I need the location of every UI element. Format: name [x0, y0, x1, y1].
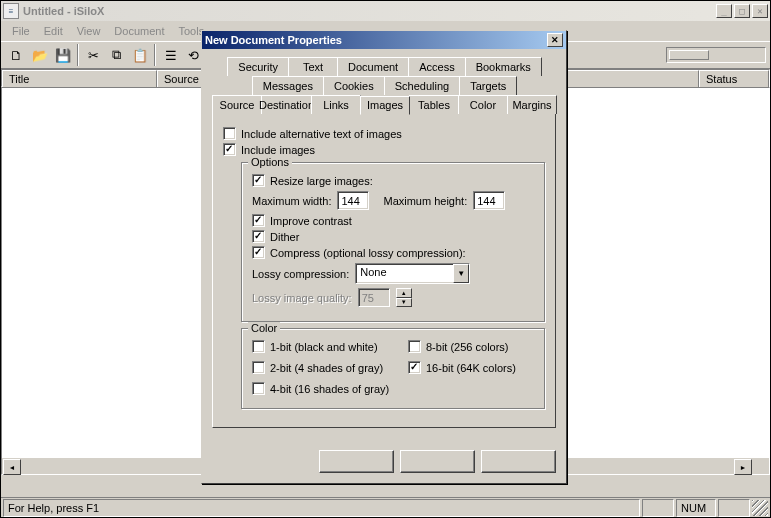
lossy-compression-value: None	[356, 264, 453, 283]
color-1bit-label: 1-bit (black and white)	[270, 341, 378, 353]
menu-edit[interactable]: Edit	[37, 23, 70, 39]
tab-tables[interactable]: Tables	[409, 95, 459, 114]
status-num: NUM	[676, 499, 716, 517]
compress-checkbox[interactable]	[252, 246, 265, 259]
tab-images[interactable]: Images	[360, 96, 410, 115]
dialog-title: New Document Properties	[205, 34, 547, 46]
include-alt-label: Include alternative text of images	[241, 128, 402, 140]
lossy-compression-label: Lossy compression:	[252, 268, 349, 280]
lossy-compression-combo[interactable]: None ▼	[355, 263, 470, 284]
app-icon: ≡	[3, 3, 19, 19]
color-legend: Color	[248, 322, 280, 334]
status-help-text: For Help, press F1	[3, 499, 640, 517]
tab-security[interactable]: Security	[227, 57, 289, 76]
dialog-button-1[interactable]	[319, 450, 394, 473]
improve-contrast-label: Improve contrast	[270, 215, 352, 227]
status-blank1	[642, 499, 674, 517]
color-16bit-label: 16-bit (64K colors)	[426, 362, 516, 374]
close-button[interactable]: ✕	[752, 4, 768, 18]
cut-icon[interactable]: ✂	[82, 44, 105, 66]
tab-targets[interactable]: Targets	[459, 76, 517, 95]
resize-grip[interactable]	[752, 500, 768, 516]
chevron-down-icon[interactable]: ▼	[453, 264, 469, 283]
tab-scheduling[interactable]: Scheduling	[384, 76, 460, 95]
improve-contrast-checkbox[interactable]	[252, 214, 265, 227]
compress-label: Compress (optional lossy compression):	[270, 247, 466, 259]
include-images-label: Include images	[241, 144, 315, 156]
paste-icon[interactable]: 📋	[128, 44, 151, 66]
tab-source[interactable]: Source	[212, 95, 262, 114]
menu-document[interactable]: Document	[107, 23, 171, 39]
status-bar: For Help, press F1 NUM	[1, 497, 770, 517]
spinner-up-icon: ▲	[396, 288, 412, 298]
max-height-input[interactable]	[473, 191, 505, 210]
main-title-bar: ≡ Untitled - iSiloX _ □ ✕	[1, 1, 770, 21]
tab-text[interactable]: Text	[288, 57, 338, 76]
column-status[interactable]: Status	[699, 70, 769, 88]
column-last[interactable]	[552, 70, 699, 88]
quality-spinner: ▲ ▼	[396, 288, 412, 307]
include-alt-checkbox[interactable]	[223, 127, 236, 140]
dither-label: Dither	[270, 231, 299, 243]
resize-checkbox[interactable]	[252, 174, 265, 187]
tab-margins[interactable]: Margins	[507, 95, 557, 114]
spinner-down-icon: ▼	[396, 298, 412, 308]
new-document-properties-dialog: New Document Properties ✕ Security Text …	[201, 30, 567, 484]
tab-destination[interactable]: Destination	[261, 95, 312, 114]
window-title: Untitled - iSiloX	[23, 5, 714, 17]
progress-panel	[666, 47, 766, 63]
dialog-buttons	[202, 444, 566, 483]
status-blank2	[718, 499, 750, 517]
separator	[154, 44, 156, 66]
menu-file[interactable]: File	[5, 23, 37, 39]
color-2bit-label: 2-bit (4 shades of gray)	[270, 362, 383, 374]
options-group: Options Resize large images: Maximum wid…	[241, 162, 545, 322]
tab-panel-images: Include alternative text of images Inclu…	[212, 113, 556, 428]
dither-checkbox[interactable]	[252, 230, 265, 243]
tab-color[interactable]: Color	[458, 95, 508, 114]
save-icon[interactable]: 💾	[51, 44, 74, 66]
minimize-button[interactable]: _	[716, 4, 732, 18]
dialog-close-button[interactable]: ✕	[547, 33, 563, 47]
lossy-quality-input	[358, 288, 390, 307]
max-width-label: Maximum width:	[252, 195, 331, 207]
tab-messages[interactable]: Messages	[252, 76, 324, 95]
menu-view[interactable]: View	[70, 23, 108, 39]
new-icon[interactable]: 🗋	[5, 44, 28, 66]
color-2bit-checkbox[interactable]	[252, 361, 265, 374]
separator	[77, 44, 79, 66]
scroll-corner	[753, 458, 769, 474]
color-8bit-checkbox[interactable]	[408, 340, 421, 353]
color-4bit-label: 4-bit (16 shades of gray)	[270, 383, 389, 395]
color-16bit-checkbox[interactable]	[408, 361, 421, 374]
tab-links[interactable]: Links	[311, 95, 361, 114]
tab-bookmarks[interactable]: Bookmarks	[465, 57, 542, 76]
resize-label: Resize large images:	[270, 175, 373, 187]
lossy-quality-label: Lossy image quality:	[252, 292, 352, 304]
color-8bit-label: 8-bit (256 colors)	[426, 341, 509, 353]
column-title[interactable]: Title	[2, 70, 157, 88]
open-icon[interactable]: 📂	[28, 44, 51, 66]
dialog-button-3[interactable]	[481, 450, 556, 473]
dialog-title-bar[interactable]: New Document Properties ✕	[202, 31, 566, 49]
tab-access[interactable]: Access	[408, 57, 465, 76]
tabs: Security Text Document Access Bookmarks …	[212, 57, 556, 428]
color-group: Color 1-bit (black and white) 8-bit (256…	[241, 328, 545, 409]
color-4bit-checkbox[interactable]	[252, 382, 265, 395]
tab-cookies[interactable]: Cookies	[323, 76, 385, 95]
maximize-button[interactable]: □	[734, 4, 750, 18]
dialog-button-2[interactable]	[400, 450, 475, 473]
color-1bit-checkbox[interactable]	[252, 340, 265, 353]
tab-document[interactable]: Document	[337, 57, 409, 76]
max-width-input[interactable]	[337, 191, 369, 210]
include-images-checkbox[interactable]	[223, 143, 236, 156]
copy-icon[interactable]: ⧉	[105, 44, 128, 66]
properties-icon[interactable]: ☰	[159, 44, 182, 66]
max-height-label: Maximum height:	[383, 195, 467, 207]
options-legend: Options	[248, 156, 292, 168]
